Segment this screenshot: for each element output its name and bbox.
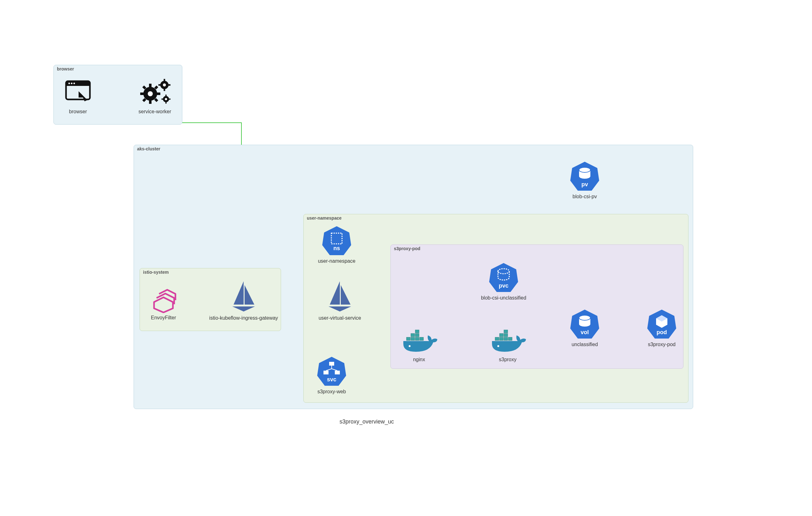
istio-sail-icon: [228, 279, 259, 314]
svg-rect-38: [323, 371, 328, 374]
svg-rect-30: [165, 95, 167, 96]
svg-rect-66: [504, 333, 508, 337]
svg-point-23: [163, 83, 166, 86]
svg-point-10: [71, 83, 72, 84]
svg-rect-61: [495, 337, 499, 341]
diagram-canvas: request request configures configures re…: [0, 0, 812, 516]
node-label-unclassified-vol: unclassified: [566, 342, 604, 347]
svg-point-52: [409, 345, 411, 347]
k8s-pv-icon: pv: [569, 160, 601, 192]
node-s3proxy-pod: pod s3proxy-pod: [643, 308, 680, 347]
node-label-service-worker: service-worker: [132, 109, 178, 114]
node-blob-csi-pv: pv blob-csi-pv: [566, 160, 604, 199]
svg-rect-16: [140, 92, 144, 95]
node-label-s3proxy-pod: s3proxy-pod: [643, 342, 680, 347]
istio-sail-icon: [324, 279, 355, 314]
k8s-ns-icon: ns: [321, 225, 352, 256]
hex-label-pod: pod: [657, 329, 667, 335]
node-browser: browser: [62, 76, 94, 114]
svg-rect-32: [161, 99, 163, 100]
node-unclassified-vol: vol unclassified: [566, 308, 604, 347]
hex-label-svc: svc: [327, 376, 337, 383]
group-label-s3proxy-pod: s3proxy-pod: [394, 246, 683, 251]
node-service-worker: service-worker: [132, 76, 178, 114]
svg-rect-53: [406, 337, 410, 341]
node-label-user-namespace-ns: user-namespace: [310, 258, 364, 264]
svg-point-60: [497, 345, 499, 347]
node-s3proxy-web: svc s3proxy-web: [311, 356, 352, 395]
svg-point-29: [165, 98, 167, 100]
svg-rect-27: [168, 84, 170, 86]
node-label-s3proxy-web: s3proxy-web: [311, 389, 352, 395]
node-label-nginx: nginx: [399, 357, 439, 362]
node-label-istio-gateway: istio-kubeflow-ingress-gateway: [207, 315, 280, 321]
docker-icon: [400, 330, 438, 355]
svg-rect-24: [164, 79, 165, 81]
svg-rect-62: [499, 337, 503, 341]
hex-label-pvc: pvc: [499, 282, 508, 289]
svg-rect-39: [335, 371, 340, 374]
svg-rect-37: [329, 362, 334, 365]
node-label-blob-csi-pv: blob-csi-pv: [566, 194, 604, 199]
svg-rect-59: [415, 330, 419, 333]
group-label-browser: browser: [57, 66, 182, 72]
svg-rect-25: [164, 89, 165, 91]
svg-rect-56: [420, 337, 424, 341]
svg-rect-26: [158, 84, 160, 86]
node-s3proxy: s3proxy: [487, 330, 528, 362]
svg-rect-65: [499, 333, 503, 337]
node-istio-gateway: istio-kubeflow-ingress-gateway: [207, 279, 280, 321]
node-user-virtual-service: user-virtual-service: [313, 279, 367, 321]
hex-label-ns: ns: [333, 245, 340, 251]
browser-icon: [62, 76, 94, 107]
svg-point-11: [74, 83, 75, 84]
svg-rect-17: [156, 92, 160, 95]
svg-rect-54: [411, 337, 415, 341]
hex-label-vol: vol: [581, 329, 589, 335]
svg-rect-58: [415, 333, 419, 337]
docker-icon: [489, 330, 527, 355]
k8s-vol-icon: vol: [569, 308, 601, 340]
node-label-browser: browser: [62, 109, 94, 114]
k8s-svc-icon: svc: [316, 356, 347, 387]
node-nginx: nginx: [399, 330, 439, 362]
svg-rect-67: [504, 330, 508, 333]
gears-icon: [136, 76, 174, 107]
node-user-namespace-ns: ns user-namespace: [310, 225, 364, 264]
diagram-caption: s3proxy_overview_uc: [340, 418, 394, 425]
k8s-pvc-icon: pvc: [488, 262, 519, 293]
node-label-envoy-filter: EnvoyFilter: [145, 315, 182, 321]
svg-rect-57: [411, 333, 415, 337]
svg-rect-15: [149, 100, 151, 104]
k8s-pod-icon: pod: [646, 308, 677, 340]
node-label-s3proxy: s3proxy: [487, 357, 528, 362]
svg-rect-14: [149, 84, 151, 87]
node-envoy-filter: EnvoyFilter: [145, 285, 182, 321]
svg-rect-31: [165, 102, 167, 104]
svg-rect-63: [504, 337, 508, 341]
svg-point-13: [148, 91, 153, 96]
svg-rect-64: [508, 337, 512, 341]
svg-rect-33: [169, 99, 170, 100]
node-label-user-virtual-service: user-virtual-service: [313, 315, 367, 321]
node-blob-csi-unclassified: pvc blob-csi-unclassified: [472, 262, 535, 301]
hex-label-pv: pv: [581, 181, 588, 188]
group-label-istio-system: istio-system: [143, 270, 281, 275]
envoy-icon: [148, 285, 179, 313]
node-label-blob-csi-unclassified: blob-csi-unclassified: [472, 295, 535, 301]
svg-point-9: [68, 83, 70, 84]
svg-rect-55: [415, 337, 419, 341]
group-label-user-namespace: user-namespace: [307, 216, 688, 221]
group-label-aks-cluster: aks-cluster: [137, 146, 693, 151]
